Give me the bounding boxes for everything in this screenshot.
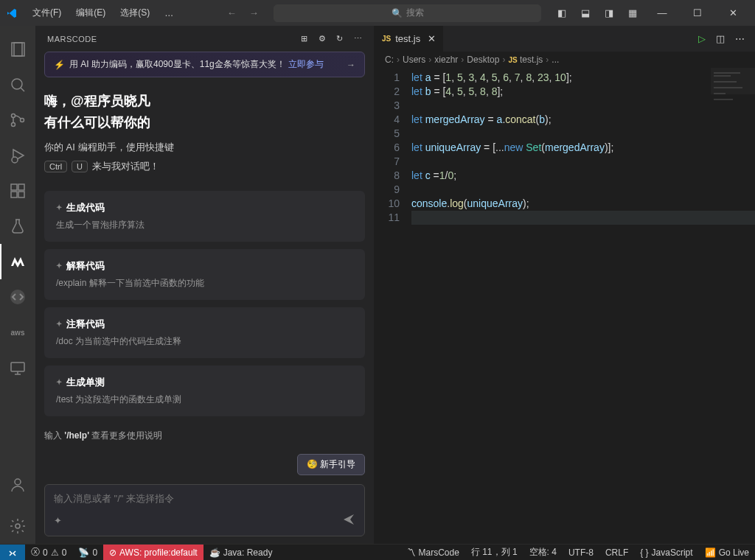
activity-bar: aws <box>0 26 35 544</box>
panel-settings-icon[interactable]: ⚙ <box>319 34 327 43</box>
svg-point-2 <box>12 79 22 89</box>
marscode-icon[interactable] <box>0 244 35 279</box>
minimap[interactable] <box>711 68 755 544</box>
run-debug-icon[interactable] <box>0 138 35 173</box>
svg-rect-1 <box>14 43 24 56</box>
panel-title: MARSCODE <box>47 35 97 43</box>
tab-testjs[interactable]: JS test.js ✕ <box>375 26 444 52</box>
beginner-guide-button[interactable]: 🧐 新手引导 <box>297 454 365 475</box>
source-control-icon[interactable] <box>0 102 35 138</box>
layout-panel-right-icon[interactable]: ◨ <box>599 3 619 24</box>
encoding[interactable]: UTF-8 <box>563 545 599 561</box>
new-chat-icon[interactable]: ⊞ <box>301 34 308 43</box>
aws-profile-button[interactable]: ⊘ AWS: profile:default <box>103 545 203 561</box>
settings-gear-icon[interactable] <box>0 508 35 544</box>
shortcut-hint: Ctrl U 来与我对话吧！ <box>44 160 365 173</box>
problems-button[interactable]: ⓧ 0 ⚠ 0 <box>25 545 72 561</box>
svg-point-14 <box>15 524 20 528</box>
line-gutter: 1234567891011 <box>375 68 411 544</box>
breadcrumb[interactable]: C:›Users›xiezhr›Desktop›JS test.js›... <box>375 52 755 68</box>
editor-more-icon[interactable]: ⋯ <box>735 33 745 44</box>
java-status[interactable]: ☕ Java: Ready <box>203 545 279 561</box>
nav-back-icon[interactable]: ← <box>222 4 241 23</box>
go-live-button[interactable]: 📶 Go Live <box>699 545 755 561</box>
ports-button[interactable]: 📡 0 <box>72 545 103 561</box>
svg-rect-10 <box>18 192 24 197</box>
history-icon[interactable]: ↻ <box>336 34 344 43</box>
accounts-icon[interactable] <box>0 467 35 503</box>
suggestion-card[interactable]: 生成代码生成一个冒泡排序算法 <box>44 191 365 242</box>
indentation[interactable]: 空格: 4 <box>523 545 563 561</box>
eol[interactable]: CRLF <box>599 545 634 561</box>
chat-input[interactable]: 输入消息或者 "/" 来选择指令 ✦ <box>44 484 365 536</box>
suggestion-card[interactable]: 解释代码/explain 解释一下当前选中函数的功能 <box>44 249 365 300</box>
language-mode[interactable]: { } JavaScript <box>634 545 698 561</box>
svg-rect-7 <box>11 184 17 190</box>
menu-more[interactable]: … <box>159 5 179 21</box>
suggestion-card[interactable]: 注释代码/doc 为当前选中的代码生成注释 <box>44 307 365 358</box>
nav-forward-icon[interactable]: → <box>244 4 263 23</box>
titlebar: 文件(F) 编辑(E) 选择(S) … ← → 🔍 搜索 ◧ ⬓ ◨ ▦ — ☐… <box>0 0 755 26</box>
menu-edit[interactable]: 编辑(E) <box>70 4 111 22</box>
window-minimize-icon[interactable]: — <box>646 0 678 26</box>
marscode-panel: MARSCODE ⊞ ⚙ ↻ ⋯ ⚡ 用 AI 助力编码，赢取4090显卡、11… <box>35 26 375 544</box>
marscode-status[interactable]: 〽 MarsCode <box>401 545 465 561</box>
editor-group: JS test.js ✕ ▷ ◫ ⋯ C:›Users›xiezhr›Deskt… <box>375 26 755 544</box>
card-desc: /doc 为当前选中的代码生成注释 <box>56 335 353 348</box>
arrow-right-icon: → <box>347 60 355 70</box>
card-title: 注释代码 <box>56 318 353 331</box>
subtitle: 你的 AI 编程助手，使用快捷键 <box>44 141 365 154</box>
suggestion-card[interactable]: 生成单测/test 为这段选中的函数生成单测 <box>44 365 365 416</box>
tab-close-icon[interactable]: ✕ <box>428 33 436 44</box>
layout-panel-left-icon[interactable]: ◧ <box>552 3 572 24</box>
js-file-icon: JS <box>382 35 391 43</box>
split-editor-icon[interactable]: ◫ <box>716 33 725 44</box>
svg-point-6 <box>12 157 18 163</box>
help-hint: 输入 '/help' 查看更多使用说明 <box>44 430 365 442</box>
search-icon: 🔍 <box>392 8 403 18</box>
svg-point-13 <box>15 479 21 485</box>
chat-input-placeholder: 输入消息或者 "/" 来选择指令 <box>54 492 355 505</box>
command-center-search[interactable]: 🔍 搜索 <box>274 4 541 22</box>
send-icon[interactable] <box>342 513 355 528</box>
greeting: 嗨，@程序员晓凡 有什么可以帮你的 <box>44 91 365 133</box>
statusbar: ⓧ 0 ⚠ 0 📡 0 ⊘ AWS: profile:default ☕ Jav… <box>0 544 755 560</box>
card-title: 生成代码 <box>56 201 353 214</box>
testing-icon[interactable] <box>0 209 35 244</box>
svg-point-3 <box>12 114 15 118</box>
remote-button[interactable] <box>0 545 25 561</box>
bolt-icon: ⚡ <box>54 60 65 70</box>
svg-rect-0 <box>12 43 22 56</box>
card-desc: /test 为这段选中的函数生成单测 <box>56 393 353 406</box>
promo-banner[interactable]: ⚡ 用 AI 助力编码，赢取4090显卡、11g金条等惊喜大奖！ 立即参与 → <box>44 52 365 77</box>
search-icon[interactable] <box>0 67 35 102</box>
card-title: 生成单测 <box>56 376 353 389</box>
window-maximize-icon[interactable]: ☐ <box>681 0 714 26</box>
svg-point-4 <box>12 123 15 127</box>
menu-select[interactable]: 选择(S) <box>114 4 156 22</box>
aws-icon[interactable]: aws <box>0 315 35 350</box>
extensions-icon[interactable] <box>0 173 35 209</box>
run-icon[interactable]: ▷ <box>698 33 706 44</box>
cursor-position[interactable]: 行 11，列 1 <box>465 545 523 561</box>
card-title: 解释代码 <box>56 259 353 273</box>
card-desc: 生成一个冒泡排序算法 <box>56 219 353 231</box>
window-close-icon[interactable]: ✕ <box>717 0 749 26</box>
svg-rect-8 <box>18 184 24 190</box>
svg-rect-12 <box>11 363 24 371</box>
code-editor[interactable]: 1234567891011 let a = [1, 5, 3, 4, 5, 6,… <box>375 68 755 544</box>
panel-more-icon[interactable]: ⋯ <box>354 34 363 43</box>
explorer-icon[interactable] <box>0 32 35 67</box>
layout-customize-icon[interactable]: ▦ <box>622 3 643 24</box>
remote-explorer-icon[interactable] <box>0 350 35 385</box>
layout-panel-bottom-icon[interactable]: ⬓ <box>575 3 596 24</box>
svg-rect-9 <box>11 192 17 197</box>
svg-point-5 <box>21 119 24 122</box>
sparkle-icon[interactable]: ✦ <box>54 515 62 526</box>
card-desc: /explain 解释一下当前选中函数的功能 <box>56 277 353 290</box>
codeium-icon[interactable] <box>0 279 35 315</box>
vscode-icon <box>6 7 18 19</box>
editor-tabs: JS test.js ✕ ▷ ◫ ⋯ <box>375 26 755 52</box>
menu-file[interactable]: 文件(F) <box>27 4 67 22</box>
